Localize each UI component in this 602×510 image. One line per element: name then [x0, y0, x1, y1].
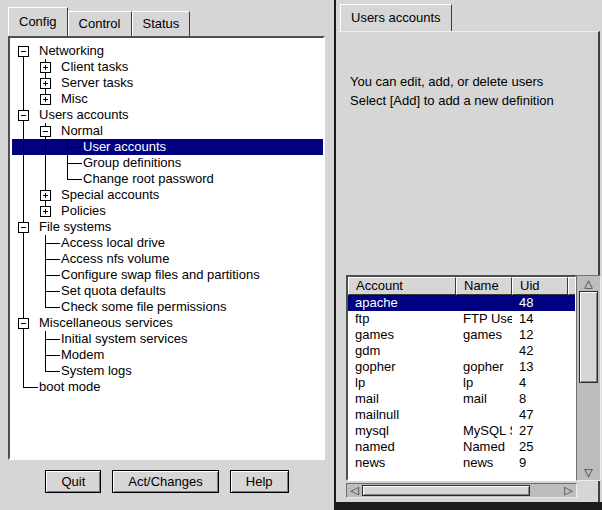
tree-guide — [12, 363, 34, 379]
tree-item-label: Check some file permissions — [61, 299, 226, 315]
instruction-line-1: You can edit, add, or delete users — [350, 72, 554, 91]
tab-config[interactable]: Config — [8, 7, 68, 36]
tree-item-policies[interactable]: Policies — [12, 203, 323, 219]
expander-plus-icon[interactable] — [34, 91, 56, 107]
act-changes-button[interactable]: Act/Changes — [112, 470, 218, 493]
expander-plus-icon[interactable] — [34, 75, 56, 91]
tree-item-access-nfs-volume[interactable]: Access nfs volume — [12, 251, 323, 267]
tree-guide — [12, 347, 34, 363]
cell-uid: 42 — [512, 343, 568, 359]
tree-item-special-accounts[interactable]: Special accounts — [12, 187, 323, 203]
tree-item-label: User accounts — [83, 139, 166, 155]
tree-item-label: Configure swap files and partitions — [61, 267, 260, 283]
cell-name: Named — [456, 439, 512, 455]
column-header-name[interactable]: Name — [456, 277, 512, 295]
tree-item-boot-mode[interactable]: boot mode — [12, 379, 323, 395]
hscrollbar-thumb[interactable] — [362, 485, 530, 496]
tab-control[interactable]: Control — [68, 11, 132, 36]
tree-item-label: Access nfs volume — [61, 251, 169, 267]
expander-minus-icon[interactable] — [12, 43, 34, 59]
cell-uid: 14 — [512, 311, 568, 327]
table-row-apache[interactable]: apache48a — [348, 295, 575, 311]
cell-account: games — [348, 327, 456, 343]
scroll-down-icon[interactable]: ▽ — [577, 465, 600, 480]
cell-group: m — [568, 391, 575, 407]
tree-item-label: Normal — [61, 123, 103, 139]
tree-item-file-systems[interactable]: File systems — [12, 219, 323, 235]
tree-item-label: Special accounts — [61, 187, 159, 203]
tree-guide — [34, 363, 56, 379]
tree-item-server-tasks[interactable]: Server tasks — [12, 75, 323, 91]
expander-minus-icon[interactable] — [12, 315, 34, 331]
tree-item-client-tasks[interactable]: Client tasks — [12, 59, 323, 75]
tree-item-configure-swap-files-and-partitions[interactable]: Configure swap files and partitions — [12, 267, 323, 283]
tree-item-label: Misc — [61, 91, 88, 107]
cell-uid: 12 — [512, 327, 568, 343]
table-row-games[interactable]: gamesgames12u — [348, 327, 575, 343]
tab-status[interactable]: Status — [132, 11, 191, 36]
expander-plus-icon[interactable] — [34, 187, 56, 203]
vscrollbar-thumb[interactable] — [579, 291, 598, 383]
scroll-left-icon[interactable]: ◁ — [347, 484, 362, 497]
quit-button[interactable]: Quit — [45, 470, 101, 493]
tree-item-check-some-file-permissions[interactable]: Check some file permissions — [12, 299, 323, 315]
expander-plus-icon[interactable] — [34, 59, 56, 75]
tree-item-label: File systems — [39, 219, 111, 235]
tree-item-miscellaneous-services[interactable]: Miscellaneous services — [12, 315, 323, 331]
tree-item-system-logs[interactable]: System logs — [12, 363, 323, 379]
tree-item-modem[interactable]: Modem — [12, 347, 323, 363]
tree-guide — [12, 203, 34, 219]
table-row-gdm[interactable]: gdm42g — [348, 343, 575, 359]
expander-minus-icon[interactable] — [12, 219, 34, 235]
tab-users-accounts[interactable]: Users accounts — [340, 4, 452, 31]
cell-name — [456, 343, 512, 359]
column-header-uid[interactable]: Uid — [512, 277, 568, 295]
cell-name: MySQL S — [456, 423, 512, 439]
scroll-right-icon[interactable]: ▷ — [561, 484, 576, 497]
help-button[interactable]: Help — [230, 470, 289, 493]
column-header-account[interactable]: Account — [348, 277, 456, 295]
cell-name: lp — [456, 375, 512, 391]
table-row-ftp[interactable]: ftpFTP User14f — [348, 311, 575, 327]
tree-item-misc[interactable]: Misc — [12, 91, 323, 107]
table-row-news[interactable]: newsnews9n — [348, 455, 575, 471]
expander-minus-icon[interactable] — [34, 123, 56, 139]
tree-item-users-accounts[interactable]: Users accounts — [12, 107, 323, 123]
tree-item-group-definitions[interactable]: Group definitions — [12, 155, 323, 171]
left-tab-bar: Config Control Status — [8, 7, 190, 36]
tree-item-access-local-drive[interactable]: Access local drive — [12, 235, 323, 251]
expander-minus-icon[interactable] — [12, 107, 34, 123]
tree-item-label: boot mode — [39, 379, 100, 395]
tree-guide — [56, 155, 78, 171]
tree-guide — [34, 235, 56, 251]
tree-item-normal[interactable]: Normal — [12, 123, 323, 139]
config-tree[interactable]: NetworkingClient tasksServer tasksMiscUs… — [10, 38, 323, 395]
table-row-mailnull[interactable]: mailnull47m — [348, 407, 575, 423]
tree-item-label: Set quota defaults — [61, 283, 166, 299]
cell-group: m — [568, 423, 575, 439]
cell-uid: 48 — [512, 295, 568, 311]
tree-item-label: Users accounts — [39, 107, 129, 123]
tree-guide — [34, 251, 56, 267]
config-navigator-window: Config Control Status NetworkingClient t… — [0, 0, 334, 510]
table-row-mysql[interactable]: mysqlMySQL S27m — [348, 423, 575, 439]
tree-item-initial-system-services[interactable]: Initial system services — [12, 331, 323, 347]
table-row-mail[interactable]: mailmail8m — [348, 391, 575, 407]
table-row-lp[interactable]: lplp4l — [348, 375, 575, 391]
table-row-gopher[interactable]: gophergopher13g — [348, 359, 575, 375]
expander-plus-icon[interactable] — [34, 203, 56, 219]
tree-item-set-quota-defaults[interactable]: Set quota defaults — [12, 283, 323, 299]
vscrollbar-track[interactable] — [577, 383, 600, 465]
users-table-vscrollbar[interactable]: △ ▽ — [576, 275, 601, 481]
hscrollbar-track[interactable] — [530, 484, 561, 497]
scroll-up-icon[interactable]: △ — [577, 276, 600, 291]
cell-name: games — [456, 327, 512, 343]
right-tab-bar: Users accounts — [340, 4, 452, 31]
tree-item-user-accounts[interactable]: User accounts — [12, 139, 323, 155]
tree-item-change-root-password[interactable]: Change root password — [12, 171, 323, 187]
tree-item-networking[interactable]: Networking — [12, 43, 323, 59]
table-row-named[interactable]: namedNamed25n — [348, 439, 575, 455]
cell-uid: 47 — [512, 407, 568, 423]
users-table-hscrollbar[interactable]: ◁ ▷ — [346, 483, 577, 498]
tree-item-label: Policies — [61, 203, 106, 219]
